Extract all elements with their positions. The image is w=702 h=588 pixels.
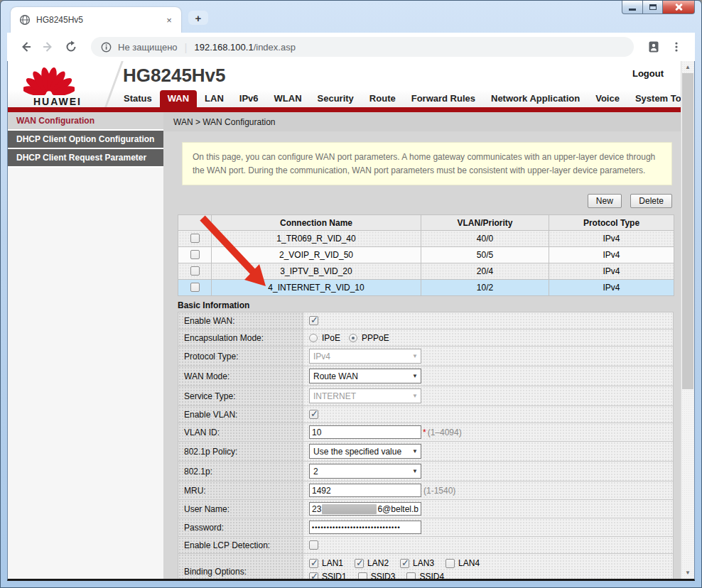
new-tab-button[interactable]: + xyxy=(188,11,208,25)
table-row[interactable]: 1_TR069_R_VID_40 40/0 IPv4 xyxy=(178,231,674,247)
password-input[interactable]: •••••••••••••••••••••••••••••• xyxy=(309,521,421,534)
scrollbar-thumb[interactable] xyxy=(682,73,693,389)
lan1-checkbox[interactable] xyxy=(309,559,318,568)
close-button[interactable] xyxy=(663,1,695,14)
ipoe-radio[interactable] xyxy=(309,334,318,342)
maximize-icon xyxy=(649,4,657,10)
router-header: HUAWEI HG8245Hv5 Logout Status WAN LAN I… xyxy=(8,61,681,112)
browser-toolbar: Не защищено | 192.168.100.1/index.asp xyxy=(7,33,695,61)
page-scrollbar[interactable]: ▲ ▼ xyxy=(681,61,694,579)
table-row[interactable]: 3_IPTV_B_VID_20 20/4 IPv4 xyxy=(178,263,674,280)
nav-security[interactable]: Security xyxy=(310,90,362,107)
form-row-service-type: Service Type: INTERNET ▼ xyxy=(178,386,673,406)
lcp-checkbox[interactable] xyxy=(309,540,318,550)
pppoe-radio[interactable] xyxy=(349,334,357,342)
sidebar-item-wan-configuration[interactable]: WAN Configuration xyxy=(8,112,163,131)
form-row-mru: MRU: 1492 (1-1540) xyxy=(178,481,673,500)
lan3-checkbox[interactable] xyxy=(400,559,409,568)
back-button[interactable] xyxy=(16,38,35,56)
product-title: HG8245Hv5 xyxy=(123,65,226,87)
enable-wan-checkbox[interactable] xyxy=(309,316,318,325)
nav-voice[interactable]: Voice xyxy=(588,90,627,107)
user-name-input[interactable]: 236@beltel.b xyxy=(309,502,421,516)
tab-title: HG8245Hv5 xyxy=(36,15,163,25)
info-circle-icon[interactable] xyxy=(101,42,112,53)
window-controls xyxy=(622,1,695,14)
dropdown-caret-icon: ▼ xyxy=(412,448,418,454)
table-row-selected[interactable]: 4_INTERNET_R_VID_10 10/2 IPv4 xyxy=(178,280,674,296)
enable-vlan-checkbox[interactable] xyxy=(309,410,318,419)
ssid1-label: SSID1 xyxy=(322,572,347,579)
lan2-checkbox[interactable] xyxy=(355,559,364,568)
nav-lan[interactable]: LAN xyxy=(197,90,232,107)
browser-tab[interactable]: HG8245Hv5 × xyxy=(11,7,181,33)
sidebar-item-dhcp-option[interactable]: DHCP Client Option Configuration xyxy=(8,131,163,149)
ssid3-checkbox[interactable] xyxy=(358,572,367,579)
form-row-wan-mode: WAN Mode: Route WAN ▼ xyxy=(178,366,673,386)
nav-network-application[interactable]: Network Application xyxy=(483,90,588,107)
table-row[interactable]: 2_VOIP_R_VID_50 50/5 IPv4 xyxy=(178,247,674,263)
minimize-button[interactable] xyxy=(622,1,643,14)
dropdown-caret-icon: ▼ xyxy=(412,373,418,379)
ssid4-label: SSID4 xyxy=(419,572,444,579)
form-row-encapsulation: Encapsulation Mode: IPoE PPPoE xyxy=(178,330,673,347)
nav-forward-rules[interactable]: Forward Rules xyxy=(404,90,483,107)
nav-status[interactable]: Status xyxy=(116,90,160,107)
huawei-flower-icon xyxy=(23,64,75,95)
address-bar[interactable]: Не защищено | 192.168.100.1/index.asp xyxy=(91,37,634,57)
lan2-label: LAN2 xyxy=(367,558,389,568)
minimize-icon xyxy=(629,9,636,11)
lan1-label: LAN1 xyxy=(322,558,343,568)
nav-wan[interactable]: WAN xyxy=(160,90,197,107)
url-path: /index.asp xyxy=(254,42,296,53)
scroll-down-icon[interactable]: ▼ xyxy=(681,567,694,579)
ssid4-checkbox[interactable] xyxy=(406,572,416,579)
huawei-logo: HUAWEI xyxy=(23,64,92,107)
lan4-checkbox[interactable] xyxy=(446,559,455,568)
form-row-8021p: 802.1p: 2 ▼ xyxy=(178,462,673,481)
sidebar-item-dhcp-request[interactable]: DHCP Client Request Parameter xyxy=(8,149,163,168)
service-type-select[interactable]: INTERNET ▼ xyxy=(309,388,421,403)
8021p-policy-select[interactable]: Use the specified value ▼ xyxy=(309,444,421,459)
mru-input[interactable]: 1492 xyxy=(309,484,421,497)
8021p-select[interactable]: 2 ▼ xyxy=(309,464,421,479)
scroll-up-icon[interactable]: ▲ xyxy=(681,61,694,73)
table-header-row: Connection Name VLAN/Priority Protocol T… xyxy=(178,215,674,231)
profile-badge-icon[interactable] xyxy=(644,38,663,56)
form-row-protocol-type: Protocol Type: IPv4 ▼ xyxy=(178,347,673,366)
col-connection-name: Connection Name xyxy=(212,215,421,231)
page-viewport: HUAWEI HG8245Hv5 Logout Status WAN LAN I… xyxy=(7,61,695,581)
lan3-label: LAN3 xyxy=(413,558,434,568)
form-row-binding-options: Binding Options: LAN1 LAN2 LAN3 xyxy=(178,554,673,579)
select-column-header xyxy=(178,215,212,231)
form-row-vlan-id: VLAN ID: 10 *(1–4094) xyxy=(178,423,673,442)
nav-system-tools[interactable]: System Tools xyxy=(627,90,681,107)
maximize-button[interactable] xyxy=(643,1,663,14)
ssid1-checkbox[interactable] xyxy=(309,572,318,579)
refresh-button[interactable] xyxy=(62,38,80,56)
vlan-id-input[interactable]: 10 xyxy=(309,425,421,439)
redacted-text xyxy=(322,504,377,514)
nav-route[interactable]: Route xyxy=(362,90,404,107)
browser-window: HG8245Hv5 × + Не защищено | 192.168.100.… xyxy=(0,0,702,588)
nav-ipv6[interactable]: IPv6 xyxy=(232,90,266,107)
row-checkbox[interactable] xyxy=(190,283,200,292)
browser-menu-icon[interactable] xyxy=(667,38,686,56)
row-checkbox[interactable] xyxy=(190,266,200,276)
vlan-id-hint: (1–4094) xyxy=(428,428,462,437)
wan-mode-select[interactable]: Route WAN ▼ xyxy=(309,369,421,383)
protocol-type-select[interactable]: IPv4 ▼ xyxy=(309,349,421,364)
forward-button[interactable] xyxy=(39,38,58,56)
url-host: 192.168.100.1 xyxy=(194,42,253,53)
new-button[interactable]: New xyxy=(588,194,622,208)
row-checkbox[interactable] xyxy=(190,234,200,243)
tab-close-icon[interactable]: × xyxy=(163,13,176,26)
form-row-password: Password: •••••••••••••••••••••••••••••• xyxy=(178,518,673,537)
lan4-label: LAN4 xyxy=(458,558,480,568)
nav-wlan[interactable]: WLAN xyxy=(266,90,310,107)
ipoe-label: IPoE xyxy=(322,333,340,343)
delete-button[interactable]: Delete xyxy=(630,194,672,208)
row-checkbox[interactable] xyxy=(190,250,200,259)
logout-link[interactable]: Logout xyxy=(632,68,664,79)
table-actions: New Delete xyxy=(163,194,672,209)
